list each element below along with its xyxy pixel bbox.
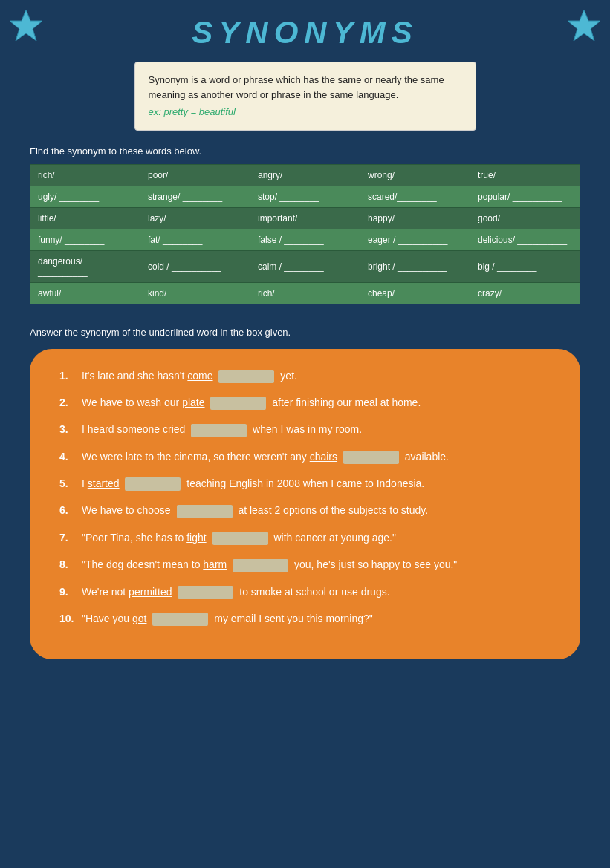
answer-input-box[interactable] — [125, 477, 181, 491]
definition-box: Synonym is a word or phrase which has th… — [134, 62, 476, 131]
underlined-word: started — [88, 477, 120, 489]
underlined-word: choose — [137, 504, 170, 516]
table-cell: bright / __________ — [360, 250, 470, 282]
table-cell: dangerous/ __________ — [30, 250, 140, 282]
table-cell: ugly/ ________ — [30, 186, 140, 207]
answer-input-box[interactable] — [178, 586, 233, 599]
answer-input-box[interactable] — [191, 424, 247, 437]
exercise-sentence: "The dog doesn't mean to harm you, he's … — [82, 556, 551, 572]
table-cell: delicious/ __________ — [470, 229, 580, 250]
underlined-word: fight — [186, 532, 206, 544]
table-cell: important/ __________ — [250, 207, 360, 229]
underlined-word: plate — [182, 397, 204, 408]
table-cell: angry/ ________ — [250, 164, 360, 186]
underlined-word: permitted — [129, 586, 172, 598]
answer-input-box[interactable] — [152, 613, 208, 626]
exercise-item: 9.We're not permitted to smoke at school… — [59, 584, 551, 600]
exercise-item: 10."Have you got my email I sent you thi… — [59, 610, 551, 627]
answer-input-box[interactable] — [210, 397, 266, 410]
star-top-right-icon — [565, 7, 603, 45]
instruction-1: Find the synonym to these words below. — [30, 146, 580, 157]
table-cell: happy/__________ — [360, 207, 470, 229]
table-row: dangerous/ __________cold / __________ca… — [30, 250, 580, 282]
exercise-sentence: I heard someone cried when I was in my r… — [82, 421, 551, 437]
table-row: funny/ ________fat/ ________false / ____… — [30, 229, 580, 250]
table-cell: eager / __________ — [360, 229, 470, 250]
exercise-number: 10. — [59, 610, 82, 627]
table-cell: lazy/ ________ — [140, 207, 250, 229]
underlined-word: harm — [203, 558, 227, 570]
table-cell: scared/________ — [360, 186, 470, 207]
table-cell: big / ________ — [470, 250, 580, 282]
exercise-number: 2. — [59, 394, 82, 411]
table-cell: false / ________ — [250, 229, 360, 250]
table-cell: cheap/ __________ — [360, 282, 470, 304]
table-cell: kind/ ________ — [140, 282, 250, 304]
answer-input-box[interactable] — [212, 532, 268, 545]
table-cell: wrong/ ________ — [360, 164, 470, 186]
exercise-number: 9. — [59, 584, 82, 600]
underlined-word: chairs — [310, 451, 337, 463]
exercise-number: 6. — [59, 502, 82, 518]
svg-marker-1 — [568, 10, 600, 41]
table-cell: rich/ ________ — [30, 164, 140, 186]
table-row: ugly/ ________strange/ ________stop/ ___… — [30, 186, 580, 207]
table-cell: good/__________ — [470, 207, 580, 229]
answer-input-box[interactable] — [343, 451, 399, 464]
exercise-number: 8. — [59, 556, 82, 572]
exercise-box: 1.It's late and she hasn't come yet.2.We… — [30, 349, 580, 660]
table-cell: stop/ ________ — [250, 186, 360, 207]
answer-input-box[interactable] — [177, 505, 233, 518]
page-title: SYNONYMS — [0, 15, 610, 50]
exercise-sentence: "Poor Tina, she has to fight with cancer… — [82, 529, 551, 546]
svg-marker-0 — [10, 10, 42, 41]
definition-example: ex: pretty = beautiful — [149, 105, 462, 120]
underlined-word: come — [187, 370, 212, 382]
exercise-item: 4.We were late to the cinema, so there w… — [59, 448, 551, 465]
exercise-item: 3.I heard someone cried when I was in my… — [59, 421, 551, 437]
exercise-number: 1. — [59, 368, 82, 384]
synonym-table: rich/ ________poor/ ________angry/ _____… — [30, 164, 580, 304]
exercise-item: 1.It's late and she hasn't come yet. — [59, 368, 551, 384]
underlined-word: got — [132, 613, 146, 624]
table-cell: cold / __________ — [140, 250, 250, 282]
exercise-number: 7. — [59, 529, 82, 546]
exercise-sentence: We're not permitted to smoke at school o… — [82, 584, 551, 600]
table-cell: little/ ________ — [30, 207, 140, 229]
table-cell: awful/ ________ — [30, 282, 140, 304]
instruction-2: Answer the synonym of the underlined wor… — [30, 327, 580, 338]
answer-input-box[interactable] — [233, 559, 288, 572]
exercise-sentence: We have to wash our plate after finishin… — [82, 394, 551, 411]
table-cell: rich/ __________ — [250, 282, 360, 304]
table-row: little/ ________lazy/ ________important/… — [30, 207, 580, 229]
table-cell: crazy/________ — [470, 282, 580, 304]
exercise-sentence: We were late to the cinema, so there wer… — [82, 448, 551, 465]
table-cell: popular/ __________ — [470, 186, 580, 207]
exercise-number: 5. — [59, 475, 82, 492]
table-cell: strange/ ________ — [140, 186, 250, 207]
exercise-number: 4. — [59, 448, 82, 465]
table-cell: funny/ ________ — [30, 229, 140, 250]
definition-text: Synonym is a word or phrase which has th… — [149, 73, 462, 102]
table-cell: true/ ________ — [470, 164, 580, 186]
exercise-item: 2.We have to wash our plate after finish… — [59, 394, 551, 411]
exercise-sentence: I started teaching English in 2008 when … — [82, 475, 551, 492]
table-row: rich/ ________poor/ ________angry/ _____… — [30, 164, 580, 186]
exercise-item: 6.We have to choose at least 2 options o… — [59, 502, 551, 518]
page-title-section: SYNONYMS — [0, 0, 610, 62]
exercise-item: 5.I started teaching English in 2008 whe… — [59, 475, 551, 492]
table-cell: calm / ________ — [250, 250, 360, 282]
exercise-item: 7."Poor Tina, she has to fight with canc… — [59, 529, 551, 546]
exercise-sentence: "Have you got my email I sent you this m… — [82, 610, 551, 627]
answer-input-box[interactable] — [218, 370, 274, 383]
table-cell: poor/ ________ — [140, 164, 250, 186]
exercise-number: 3. — [59, 421, 82, 437]
table-row: awful/ ________kind/ ________rich/ _____… — [30, 282, 580, 304]
exercise-item: 8."The dog doesn't mean to harm you, he'… — [59, 556, 551, 572]
star-top-left-icon — [7, 7, 45, 45]
exercise-sentence: We have to choose at least 2 options of … — [82, 502, 551, 518]
exercise-sentence: It's late and she hasn't come yet. — [82, 368, 551, 384]
table-cell: fat/ ________ — [140, 229, 250, 250]
underlined-word: cried — [163, 423, 185, 435]
